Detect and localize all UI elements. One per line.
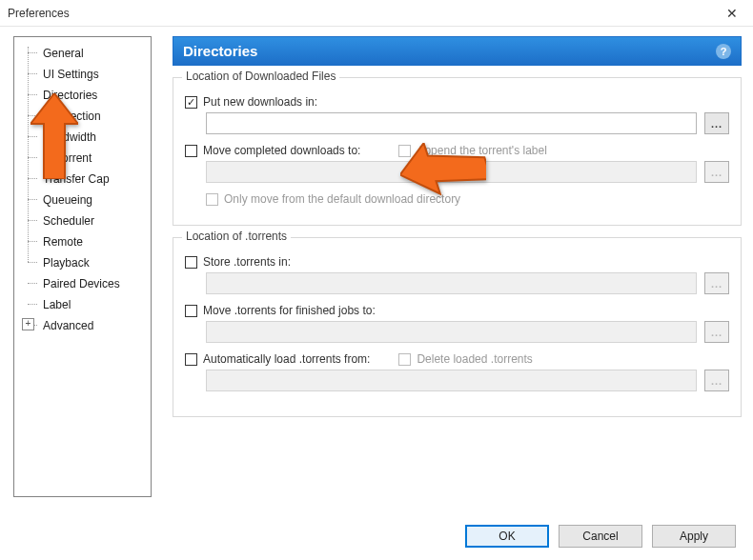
checkbox-put-new-downloads[interactable] bbox=[185, 96, 197, 109]
sidebar-item-label: Queueing bbox=[43, 193, 92, 207]
browse-button-put-new[interactable]: ... bbox=[704, 112, 729, 134]
sidebar-item-playback[interactable]: Playback bbox=[20, 252, 149, 273]
path-row-store-torrents: ... bbox=[206, 272, 729, 294]
sidebar-item-label: General bbox=[43, 47, 84, 60]
row-put-new-downloads: Put new downloads in: bbox=[185, 95, 729, 109]
ok-button[interactable]: OK bbox=[465, 525, 549, 548]
label-auto-load-torrents: Automatically load .torrents from: bbox=[203, 352, 370, 366]
annotation-arrow-icon bbox=[400, 143, 486, 211]
path-row-auto-load: ... bbox=[206, 370, 729, 391]
checkbox-only-move-default bbox=[206, 193, 218, 206]
checkbox-auto-load-torrents[interactable] bbox=[185, 353, 197, 366]
checkbox-delete-loaded bbox=[398, 353, 411, 366]
sidebar-item-label[interactable]: Label bbox=[20, 294, 149, 315]
sidebar-item-label: Scheduler bbox=[43, 214, 94, 228]
row-move-finished-torrents: Move .torrents for finished jobs to: bbox=[185, 304, 729, 317]
svg-marker-0 bbox=[31, 93, 78, 179]
cancel-button[interactable]: Cancel bbox=[559, 525, 642, 548]
label-put-new-downloads: Put new downloads in: bbox=[203, 95, 317, 109]
annotation-arrow-icon bbox=[31, 93, 78, 179]
sidebar-item-label: Remote bbox=[43, 235, 83, 249]
label-move-finished-torrents: Move .torrents for finished jobs to: bbox=[203, 304, 376, 317]
checkbox-move-finished-torrents[interactable] bbox=[185, 305, 197, 317]
titlebar: Preferences ✕ bbox=[0, 0, 753, 27]
path-row-move-finished: ... bbox=[206, 321, 729, 343]
sidebar-item-scheduler[interactable]: Scheduler bbox=[20, 210, 149, 231]
sidebar-item-label: UI Settings bbox=[43, 68, 99, 81]
checkbox-store-torrents[interactable] bbox=[185, 256, 197, 269]
input-move-finished-path bbox=[206, 321, 697, 343]
checkbox-move-completed[interactable] bbox=[185, 145, 197, 157]
group-title: Location of .torrents bbox=[182, 230, 291, 243]
sidebar-item-label: Playback bbox=[43, 256, 90, 270]
sidebar-item-paired-devices[interactable]: Paired Devices bbox=[20, 273, 149, 294]
panel-header: Directories ? bbox=[173, 36, 742, 66]
sidebar-item-advanced[interactable]: Advanced bbox=[20, 315, 149, 336]
browse-button-move-completed: ... bbox=[704, 161, 729, 183]
sidebar-item-general[interactable]: General bbox=[20, 43, 149, 64]
apply-button[interactable]: Apply bbox=[652, 525, 736, 548]
main-panel: Directories ? Location of Downloaded Fil… bbox=[152, 36, 742, 508]
group-torrents: Location of .torrents Store .torrents in… bbox=[173, 237, 742, 417]
input-store-torrents-path bbox=[206, 272, 697, 294]
close-icon[interactable]: ✕ bbox=[719, 2, 745, 25]
sidebar-item-label: Advanced bbox=[43, 319, 93, 332]
button-bar: OK Cancel Apply bbox=[465, 525, 736, 548]
label-delete-loaded: Delete loaded .torrents bbox=[417, 352, 532, 366]
sidebar-item-ui-settings[interactable]: UI Settings bbox=[20, 64, 149, 85]
browse-button-auto-load: ... bbox=[704, 370, 729, 391]
sidebar-item-label: Paired Devices bbox=[43, 277, 120, 290]
row-store-torrents: Store .torrents in: bbox=[185, 255, 729, 269]
label-store-torrents: Store .torrents in: bbox=[203, 255, 291, 269]
group-title: Location of Downloaded Files bbox=[182, 70, 339, 83]
window-title: Preferences bbox=[8, 7, 70, 20]
content-area: General UI Settings Directories Connecti… bbox=[0, 27, 753, 508]
help-icon[interactable]: ? bbox=[716, 44, 731, 59]
browse-button-move-finished: ... bbox=[704, 321, 729, 343]
sidebar-item-queueing[interactable]: Queueing bbox=[20, 190, 149, 210]
svg-marker-1 bbox=[400, 143, 486, 206]
input-put-new-path[interactable] bbox=[206, 112, 697, 134]
panel-title: Directories bbox=[183, 43, 257, 59]
input-auto-load-path bbox=[206, 370, 697, 391]
path-row-put-new: ... bbox=[206, 112, 729, 134]
sidebar-item-label: Label bbox=[43, 298, 71, 311]
row-auto-load-torrents: Automatically load .torrents from: Delet… bbox=[185, 352, 729, 366]
browse-button-store-torrents: ... bbox=[704, 272, 729, 294]
label-move-completed: Move completed downloads to: bbox=[203, 144, 360, 157]
sidebar-item-remote[interactable]: Remote bbox=[20, 231, 149, 252]
